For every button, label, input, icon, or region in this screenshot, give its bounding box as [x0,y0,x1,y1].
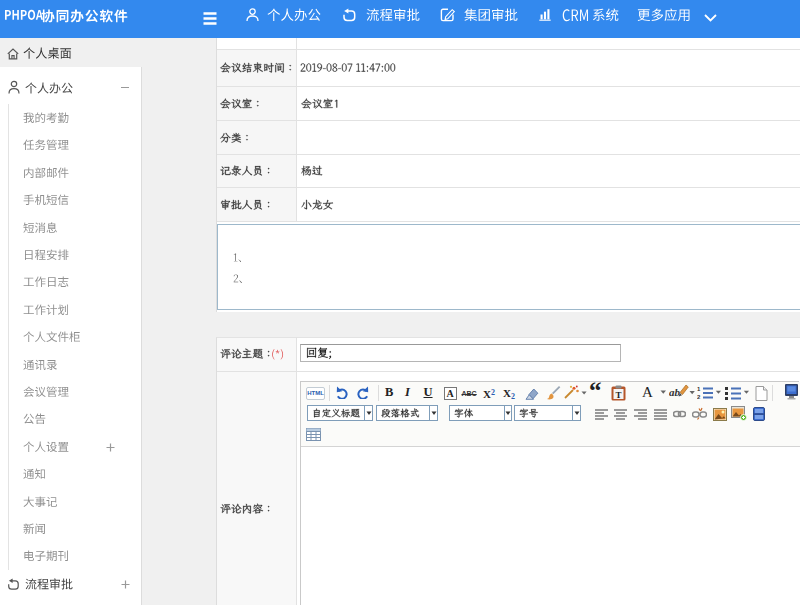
svg-text:2: 2 [697,394,701,400]
svg-text:1: 1 [697,386,701,392]
svg-text:T: T [615,390,621,400]
